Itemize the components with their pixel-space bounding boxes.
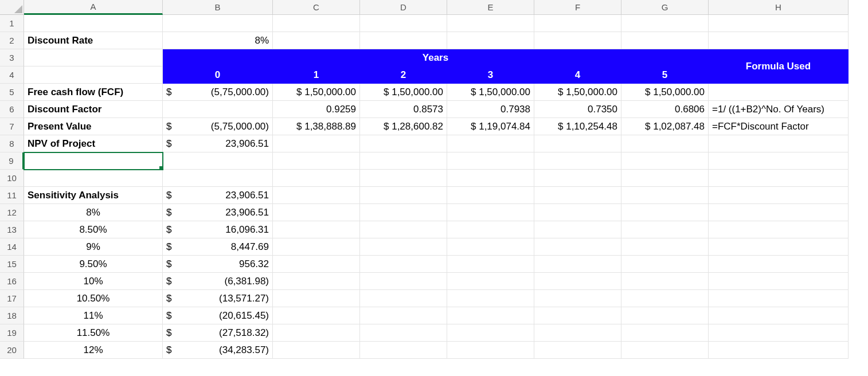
cell-G2[interactable] bbox=[621, 32, 709, 49]
cell-D17[interactable] bbox=[360, 290, 447, 307]
cell-F5[interactable]: $ 1,50,000.00 bbox=[534, 84, 621, 101]
cell-G12[interactable] bbox=[621, 204, 709, 221]
row-header-19[interactable]: 19 bbox=[0, 324, 24, 342]
row-header-13[interactable]: 13 bbox=[0, 221, 24, 238]
cell-G1[interactable] bbox=[621, 15, 709, 32]
cell-F17[interactable] bbox=[534, 290, 621, 307]
cell-D18[interactable] bbox=[360, 307, 447, 324]
row-header-7[interactable]: 7 bbox=[0, 118, 24, 135]
cell-C18[interactable] bbox=[273, 307, 360, 324]
cell-B9[interactable] bbox=[163, 152, 273, 170]
cell-E20[interactable] bbox=[447, 342, 534, 359]
cell-A12[interactable]: 8% bbox=[24, 204, 163, 221]
cell-D19[interactable] bbox=[360, 324, 447, 342]
cell-C10[interactable] bbox=[273, 170, 360, 187]
cell-E13[interactable] bbox=[447, 221, 534, 238]
cell-G16[interactable] bbox=[621, 273, 709, 290]
cell-G8[interactable] bbox=[621, 135, 709, 152]
cell-H17[interactable] bbox=[709, 290, 849, 307]
cell-F15[interactable] bbox=[534, 256, 621, 273]
cell-F6[interactable]: 0.7350 bbox=[534, 101, 621, 118]
cell-G5[interactable]: $ 1,50,000.00 bbox=[621, 84, 709, 101]
cell-D9[interactable] bbox=[360, 152, 447, 170]
row-header-4[interactable]: 4 bbox=[0, 66, 24, 84]
cell-G10[interactable] bbox=[621, 170, 709, 187]
cell-B16[interactable]: $(6,381.98) bbox=[163, 273, 273, 290]
col-header-B[interactable]: B bbox=[163, 0, 273, 15]
cell-A5[interactable]: Free cash flow (FCF) bbox=[24, 84, 163, 101]
cell-D1[interactable] bbox=[360, 15, 447, 32]
select-all-corner[interactable] bbox=[0, 0, 24, 15]
row-header-16[interactable]: 16 bbox=[0, 273, 24, 290]
cell-D7[interactable]: $ 1,28,600.82 bbox=[360, 118, 447, 135]
cell-E12[interactable] bbox=[447, 204, 534, 221]
cell-E7[interactable]: $ 1,19,074.84 bbox=[447, 118, 534, 135]
cell-C11[interactable] bbox=[273, 187, 360, 204]
cell-A2[interactable]: Discount Rate bbox=[24, 32, 163, 49]
cell-A15[interactable]: 9.50% bbox=[24, 256, 163, 273]
cell-H15[interactable] bbox=[709, 256, 849, 273]
cell-H14[interactable] bbox=[709, 238, 849, 256]
cell-E2[interactable] bbox=[447, 32, 534, 49]
cell-H8[interactable] bbox=[709, 135, 849, 152]
cell-B12[interactable]: $23,906.51 bbox=[163, 204, 273, 221]
cell-C19[interactable] bbox=[273, 324, 360, 342]
cell-B6[interactable] bbox=[163, 101, 273, 118]
cell-H13[interactable] bbox=[709, 221, 849, 238]
spreadsheet-grid[interactable]: A B C D E F G H 1 2 Discount Rate 8% 3 Y… bbox=[0, 0, 868, 359]
cell-A9-selected[interactable] bbox=[24, 152, 163, 170]
year-header-1[interactable]: 1 bbox=[273, 66, 360, 84]
cell-H5[interactable] bbox=[709, 84, 849, 101]
col-header-A[interactable]: A bbox=[24, 0, 163, 15]
row-header-6[interactable]: 6 bbox=[0, 101, 24, 118]
cell-F13[interactable] bbox=[534, 221, 621, 238]
cell-B15[interactable]: $956.32 bbox=[163, 256, 273, 273]
cell-H10[interactable] bbox=[709, 170, 849, 187]
cell-E5[interactable]: $ 1,50,000.00 bbox=[447, 84, 534, 101]
cell-E6[interactable]: 0.7938 bbox=[447, 101, 534, 118]
cell-C13[interactable] bbox=[273, 221, 360, 238]
cell-A1[interactable] bbox=[24, 15, 163, 32]
cell-C7[interactable]: $ 1,38,888.89 bbox=[273, 118, 360, 135]
cell-F11[interactable] bbox=[534, 187, 621, 204]
cell-F19[interactable] bbox=[534, 324, 621, 342]
row-header-3[interactable]: 3 bbox=[0, 49, 24, 66]
cell-B14[interactable]: $8,447.69 bbox=[163, 238, 273, 256]
year-header-5[interactable]: 5 bbox=[621, 66, 709, 84]
row-header-1[interactable]: 1 bbox=[0, 15, 24, 32]
cell-F1[interactable] bbox=[534, 15, 621, 32]
cell-C5[interactable]: $ 1,50,000.00 bbox=[273, 84, 360, 101]
cell-A18[interactable]: 11% bbox=[24, 307, 163, 324]
cell-E14[interactable] bbox=[447, 238, 534, 256]
cell-G20[interactable] bbox=[621, 342, 709, 359]
cell-B17[interactable]: $(13,571.27) bbox=[163, 290, 273, 307]
cell-C15[interactable] bbox=[273, 256, 360, 273]
cell-E11[interactable] bbox=[447, 187, 534, 204]
cell-A14[interactable]: 9% bbox=[24, 238, 163, 256]
cell-H2[interactable] bbox=[709, 32, 849, 49]
cell-D16[interactable] bbox=[360, 273, 447, 290]
col-header-G[interactable]: G bbox=[621, 0, 709, 15]
cell-H11[interactable] bbox=[709, 187, 849, 204]
cell-H12[interactable] bbox=[709, 204, 849, 221]
cell-G17[interactable] bbox=[621, 290, 709, 307]
cell-E18[interactable] bbox=[447, 307, 534, 324]
row-header-10[interactable]: 10 bbox=[0, 170, 24, 187]
year-header-4[interactable]: 4 bbox=[534, 66, 621, 84]
cell-F18[interactable] bbox=[534, 307, 621, 324]
cell-F10[interactable] bbox=[534, 170, 621, 187]
cell-H19[interactable] bbox=[709, 324, 849, 342]
cell-G7[interactable]: $ 1,02,087.48 bbox=[621, 118, 709, 135]
cell-A4[interactable] bbox=[24, 66, 163, 84]
cell-A6[interactable]: Discount Factor bbox=[24, 101, 163, 118]
cell-C16[interactable] bbox=[273, 273, 360, 290]
years-header[interactable]: Years bbox=[163, 49, 709, 66]
cell-B2[interactable]: 8% bbox=[163, 32, 273, 49]
cell-B19[interactable]: $(27,518.32) bbox=[163, 324, 273, 342]
cell-G11[interactable] bbox=[621, 187, 709, 204]
row-header-5[interactable]: 5 bbox=[0, 84, 24, 101]
cell-F12[interactable] bbox=[534, 204, 621, 221]
cell-A8[interactable]: NPV of Project bbox=[24, 135, 163, 152]
cell-C6[interactable]: 0.9259 bbox=[273, 101, 360, 118]
cell-D5[interactable]: $ 1,50,000.00 bbox=[360, 84, 447, 101]
